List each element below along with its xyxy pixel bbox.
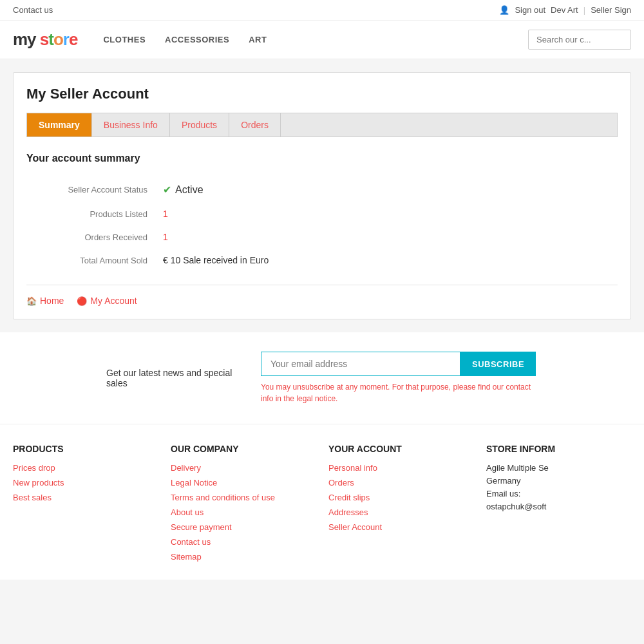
summary-title: Your account summary bbox=[26, 153, 618, 164]
newsletter-email-input[interactable] bbox=[261, 352, 460, 376]
content-box: My Seller Account Summary Business Info … bbox=[13, 72, 631, 319]
footer-addresses[interactable]: Addresses bbox=[328, 507, 473, 517]
tab-summary[interactable]: Summary bbox=[27, 113, 92, 137]
orders-received-label: Orders Received bbox=[26, 225, 155, 249]
products-listed-value: 1 bbox=[155, 202, 618, 225]
nav-accessories[interactable]: ACCESSORIES bbox=[165, 35, 229, 44]
summary-section: Your account summary Seller Account Stat… bbox=[26, 153, 618, 272]
contact-us-link[interactable]: Contact us bbox=[13, 5, 53, 15]
logo[interactable]: my store bbox=[13, 30, 77, 50]
logo-e: e bbox=[69, 30, 77, 49]
home-icon: 🏠 bbox=[26, 296, 37, 306]
total-amount-label: Total Amount Sold bbox=[26, 249, 155, 272]
orders-received-value: 1 bbox=[155, 225, 618, 249]
total-amount-value: € 10 Sale received in Euro bbox=[155, 249, 618, 272]
store-info-line1: Agile Multiple Se bbox=[486, 463, 631, 473]
footer-sitemap[interactable]: Sitemap bbox=[171, 552, 316, 562]
status-active: ✔ Active bbox=[163, 184, 610, 196]
search-input[interactable] bbox=[528, 30, 631, 50]
newsletter-text: Get our latest news and special sales bbox=[106, 368, 235, 388]
footer-products-title: PRODUCTS bbox=[13, 444, 158, 454]
logo-r: r bbox=[63, 30, 69, 49]
footer-orders[interactable]: Orders bbox=[328, 478, 473, 488]
footer-secure-payment[interactable]: Secure payment bbox=[171, 522, 316, 532]
products-listed-label: Products Listed bbox=[26, 202, 155, 225]
breadcrumb-my-account[interactable]: 🔴 My Account bbox=[77, 296, 137, 306]
logo-t: t bbox=[48, 30, 53, 49]
logo-my: my bbox=[13, 30, 40, 49]
store-info-line4: ostapchuk@soft bbox=[486, 502, 631, 511]
newsletter-input-row: SUBSCRIBE bbox=[261, 352, 538, 376]
nav-art[interactable]: ART bbox=[249, 35, 267, 44]
dev-art-link[interactable]: Dev Art bbox=[551, 5, 578, 15]
sign-out-link[interactable]: Sign out bbox=[515, 5, 545, 15]
footer-account-title: YOUR ACCOUNT bbox=[328, 444, 473, 454]
footer-personal-info[interactable]: Personal info bbox=[328, 463, 473, 473]
breadcrumb-home[interactable]: 🏠 Home bbox=[26, 296, 64, 306]
top-bar-right: 👤 Sign out Dev Art | Seller Sign bbox=[499, 5, 631, 15]
footer-about-us[interactable]: About us bbox=[171, 507, 316, 517]
footer-contact-us[interactable]: Contact us bbox=[171, 537, 316, 547]
footer-best-sales[interactable]: Best sales bbox=[13, 493, 158, 502]
active-text: Active bbox=[175, 184, 204, 196]
breadcrumb-my-account-label: My Account bbox=[90, 296, 137, 306]
newsletter-inner: Get our latest news and special sales SU… bbox=[97, 352, 547, 404]
person-icon: 👤 bbox=[499, 5, 509, 15]
newsletter-section: Get our latest news and special sales SU… bbox=[0, 332, 644, 424]
footer-col-store: STORE INFORM Agile Multiple Se Germany E… bbox=[486, 444, 631, 567]
store-info-line2: Germany bbox=[486, 476, 631, 486]
nav-clothes[interactable]: CLOTHES bbox=[103, 35, 146, 44]
table-row: Products Listed 1 bbox=[26, 202, 618, 225]
logo-o: o bbox=[53, 30, 63, 49]
footer-legal-notice[interactable]: Legal Notice bbox=[171, 478, 316, 488]
footer-company-title: OUR COMPANY bbox=[171, 444, 316, 454]
main-nav: CLOTHES ACCESSORIES ART bbox=[103, 35, 267, 44]
footer-grid: PRODUCTS Prices drop New products Best s… bbox=[13, 444, 631, 567]
footer-seller-account[interactable]: Seller Account bbox=[328, 522, 473, 532]
table-row: Seller Account Status ✔ Active bbox=[26, 177, 618, 202]
footer-store-title: STORE INFORM bbox=[486, 444, 631, 454]
store-info-line3: Email us: bbox=[486, 489, 631, 498]
header: my store CLOTHES ACCESSORIES ART bbox=[0, 21, 644, 59]
status-value: ✔ Active bbox=[155, 177, 618, 202]
circle-icon: 🔴 bbox=[77, 296, 87, 306]
tab-orders[interactable]: Orders bbox=[229, 113, 281, 137]
table-row: Total Amount Sold € 10 Sale received in … bbox=[26, 249, 618, 272]
divider: | bbox=[583, 5, 585, 15]
products-listed-link[interactable]: 1 bbox=[163, 209, 168, 219]
footer-col-company: OUR COMPANY Delivery Legal Notice Terms … bbox=[171, 444, 316, 567]
orders-received-link[interactable]: 1 bbox=[163, 232, 168, 242]
top-bar: Contact us 👤 Sign out Dev Art | Seller S… bbox=[0, 0, 644, 21]
page-title: My Seller Account bbox=[26, 86, 618, 102]
summary-table: Seller Account Status ✔ Active Products … bbox=[26, 177, 618, 272]
check-icon: ✔ bbox=[163, 184, 171, 196]
footer-terms[interactable]: Terms and conditions of use bbox=[171, 493, 316, 502]
tab-business-info[interactable]: Business Info bbox=[92, 113, 170, 137]
footer-delivery[interactable]: Delivery bbox=[171, 463, 316, 473]
footer-col-account: YOUR ACCOUNT Personal info Orders Credit… bbox=[328, 444, 473, 567]
table-row: Orders Received 1 bbox=[26, 225, 618, 249]
newsletter-right: SUBSCRIBE You may unsubscribe at any mom… bbox=[261, 352, 538, 404]
tab-products[interactable]: Products bbox=[170, 113, 229, 137]
breadcrumb: 🏠 Home 🔴 My Account bbox=[26, 285, 618, 306]
newsletter-note: You may unsubscribe at any moment. For t… bbox=[261, 381, 538, 404]
footer-credit-slips[interactable]: Credit slips bbox=[328, 493, 473, 502]
status-label: Seller Account Status bbox=[26, 177, 155, 202]
footer-prices-drop[interactable]: Prices drop bbox=[13, 463, 158, 473]
footer: PRODUCTS Prices drop New products Best s… bbox=[0, 424, 644, 580]
footer-col-products: PRODUCTS Prices drop New products Best s… bbox=[13, 444, 158, 567]
footer-new-products[interactable]: New products bbox=[13, 478, 158, 488]
main-wrapper: My Seller Account Summary Business Info … bbox=[0, 59, 644, 332]
seller-sign-link[interactable]: Seller Sign bbox=[591, 5, 631, 15]
amount-text: € 10 Sale received in Euro bbox=[163, 255, 269, 265]
tabs-bar: Summary Business Info Products Orders bbox=[26, 113, 618, 137]
breadcrumb-home-label: Home bbox=[40, 296, 64, 306]
logo-s: s bbox=[40, 30, 48, 49]
subscribe-button[interactable]: SUBSCRIBE bbox=[460, 352, 536, 376]
